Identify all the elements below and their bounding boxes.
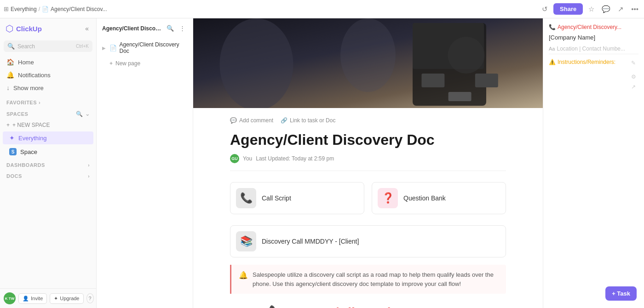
spaces-actions: 🔍 ⌄ [76,111,90,117]
chat-icon[interactable]: 💬 [600,3,612,15]
sidebar-item-notifications[interactable]: 🔔 Notifications [0,68,96,81]
bell-icon: 🔔 [6,71,14,79]
dashboards-label: DASHBOARDS [6,162,45,168]
sidebar-item-show-more-label: Show more [13,85,44,91]
upgrade-button[interactable]: ✦ Upgrade [50,293,83,304]
invite-label: Invite [31,296,43,301]
breadcrumb-everything[interactable]: Everything [11,6,37,12]
doc-body: 💬 Add comment 🔗 Link to task or Doc Agen… [193,108,543,308]
svg-rect-4 [421,74,444,87]
discovery-call-card[interactable]: 📚 Discovery Call MMDDYY - [Client] [230,225,506,257]
docs-section[interactable]: DOCS › [0,170,96,181]
invite-button[interactable]: 👤 Invite [18,293,47,304]
right-panel-link-label: Agency/Client Discovery... [558,24,621,30]
new-page-label: New page [115,60,140,67]
refresh-icon[interactable]: ↺ [540,3,550,15]
spaces-label: SPACES [6,111,28,117]
favorites-section: FAVORITES › [0,96,96,107]
author-avatar: GU [230,154,239,163]
discovery-call-title: Discovery Call MMDDYY - [Client] [262,238,359,245]
collapse-arrow[interactable]: ▶ [102,46,107,51]
sidebar-nav: 🏠 Home 🔔 Notifications ↓ Show more [0,54,96,96]
home-icon: 🏠 [6,58,14,66]
sidebar-collapse-icon[interactable]: « [83,23,91,34]
topbar: ⊞ Everything / 📄 Agency/Client Discov...… [0,0,644,18]
breadcrumb-doc[interactable]: Agency/Client Discov... [51,6,107,12]
upgrade-label: Upgrade [60,296,79,301]
breadcrumb-sep: / [39,6,40,12]
dashboards-section[interactable]: DASHBOARDS › [0,159,96,170]
doc-hero [193,18,543,108]
svg-point-3 [448,37,484,74]
instructions-label: Instructions/Reminders: [558,59,615,65]
new-space-label: + NEW SPACE [12,122,50,128]
call-script-title: Call Script [262,194,291,202]
link-icon: 🔗 [281,117,288,124]
space-dot: S [9,148,17,155]
mid-panel-doc-item[interactable]: ▶ 📄 Agency/Client Discovery Doc [97,38,193,57]
sidebar-item-space-label: Space [20,148,37,155]
task-fab-button[interactable]: + Task [605,286,637,301]
info-text: Salespeople utilize a discovery call scr… [253,270,499,288]
doc-footer-title: 📞 Agency/Client Discovery Doc [230,305,506,308]
instructions-section: ⚠️ Instructions/Reminders: [549,59,615,65]
sidebar-item-everything[interactable]: ✦ Everything [3,131,93,144]
add-comment-label: Add comment [239,117,273,124]
right-panel-share-icon[interactable]: ↗ [628,82,638,92]
question-bank-title: Question Bank [403,194,446,202]
sidebar: ⬡ ClickUp « 🔍 Search Ctrl+K 🏠 Home 🔔 Not… [0,18,97,308]
sidebar-item-home[interactable]: 🏠 Home [0,56,96,68]
svg-rect-6 [448,92,472,101]
phone-icon-right: 📞 [549,24,556,30]
star-upgrade-icon: ✦ [54,296,58,302]
add-comment-button[interactable]: 💬 Add comment [230,117,273,124]
warning-icon: ⚠️ [549,59,556,65]
new-page-button[interactable]: + New page [97,57,193,69]
sidebar-item-show-more[interactable]: ↓ Show more [0,81,96,94]
link-to-task-button[interactable]: 🔗 Link to task or Doc [281,117,335,124]
call-script-icon: 📞 [236,188,256,208]
favorites-label: FAVORITES [6,100,37,105]
updated-label: Last Updated: Today at 2:59 pm [256,155,334,162]
search-icon: 🔍 [7,43,15,50]
field-placeholder: Location | Contact Numbe... [557,46,625,52]
share-button[interactable]: Share [553,3,583,15]
help-button[interactable]: ? [86,293,94,303]
new-space-button[interactable]: + + NEW SPACE [0,119,96,131]
right-panel-settings-icon[interactable]: ⚙ [628,72,638,82]
mid-panel-more-icon[interactable]: ⋮ [178,23,187,34]
logo-area: ⬡ ClickUp « [0,18,96,39]
question-bank-icon: ❓ [378,188,398,208]
invite-icon: 👤 [23,296,29,302]
plus-icon: + [6,122,10,128]
export-icon[interactable]: ↗ [616,3,626,15]
doc-toolbar: 💬 Add comment 🔗 Link to task or Doc [230,117,506,124]
star-icon[interactable]: ☆ [586,3,596,15]
spaces-section: SPACES 🔍 ⌄ [0,107,96,119]
more-icon[interactable]: ••• [629,3,640,15]
field-icon: Aa [549,46,555,51]
mid-panel-search-icon[interactable]: 🔍 [165,23,176,34]
right-panel-field[interactable]: Aa Location | Contact Numbe... [549,44,638,54]
svg-point-8 [340,18,396,92]
right-panel-link[interactable]: 📞 Agency/Client Discovery... [549,24,638,30]
sidebar-item-notifications-label: Notifications [18,72,51,79]
call-script-card[interactable]: 📞 Call Script [230,182,364,214]
docs-label: DOCS [6,173,22,179]
right-panel-company: [Company Name] [549,34,638,41]
right-panel-edit-icon[interactable]: ✎ [628,58,638,68]
dashboards-chevron: › [88,163,90,168]
spaces-search-icon[interactable]: 🔍 [76,111,83,117]
sidebar-bottom: K TW 👤 Invite ✦ Upgrade ? [0,288,96,308]
spaces-chevron-icon[interactable]: ⌄ [85,111,90,117]
link-to-task-label: Link to task or Doc [290,117,335,124]
breadcrumb: ⊞ Everything / 📄 Agency/Client Discov... [4,6,537,12]
author-name: You [243,155,252,162]
topbar-actions: ↺ Share ☆ 💬 ↗ ••• [540,3,640,15]
favorites-chevron[interactable]: › [39,100,40,105]
grid-icon: ⊞ [4,6,9,12]
everything-icon: ✦ [9,134,15,142]
search-bar[interactable]: 🔍 Search Ctrl+K [4,40,92,52]
question-bank-card[interactable]: ❓ Question Bank [372,182,506,214]
sidebar-item-space[interactable]: S Space [3,145,93,158]
